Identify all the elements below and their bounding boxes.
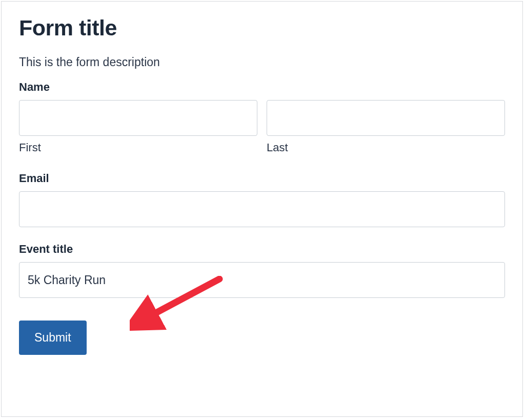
event-title-input[interactable] — [19, 262, 505, 298]
form-description: This is the form description — [19, 55, 505, 69]
last-name-input[interactable] — [267, 100, 505, 136]
form-title: Form title — [19, 16, 505, 40]
form-container: Form title This is the form description … — [1, 1, 523, 417]
name-label: Name — [19, 81, 505, 94]
event-title-field-block: Event title — [19, 243, 505, 298]
email-input[interactable] — [19, 191, 505, 227]
first-name-col: First — [19, 100, 257, 154]
email-label: Email — [19, 172, 505, 185]
first-name-sublabel: First — [19, 141, 257, 154]
name-field-block: Name First Last — [19, 81, 505, 154]
last-name-sublabel: Last — [267, 141, 505, 154]
last-name-col: Last — [267, 100, 505, 154]
name-row: First Last — [19, 100, 505, 154]
event-title-label: Event title — [19, 243, 505, 256]
first-name-input[interactable] — [19, 100, 257, 136]
email-field-block: Email — [19, 172, 505, 227]
submit-button[interactable]: Submit — [19, 321, 87, 355]
